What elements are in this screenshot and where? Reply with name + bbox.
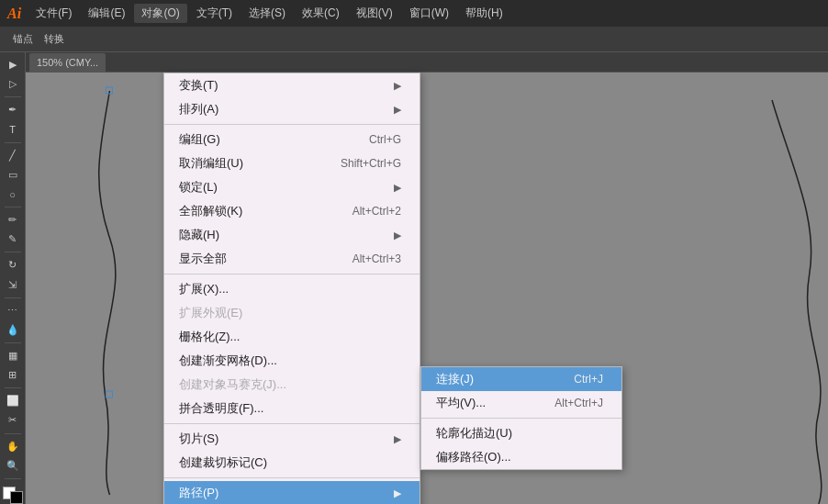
menu-item-label: 排列(A) <box>179 101 386 118</box>
menu-item-show_all[interactable]: 显示全部Alt+Ctrl+3 <box>164 247 420 271</box>
menu-item-create_slice[interactable]: 创建裁切标记(C) <box>164 451 420 475</box>
menu-item-label: 创建渐变网格(D)... <box>179 353 401 369</box>
menu-item-label: 显示全部 <box>179 251 325 267</box>
menu-item-create_object_mosaic: 创建对象马赛克(J)... <box>164 373 420 397</box>
menu-item-arrow: ▶ <box>394 487 401 499</box>
menu-item-window[interactable]: 窗口(W) <box>402 4 456 23</box>
menu-item-label: 全部解锁(K) <box>179 203 325 219</box>
tool-select[interactable]: ▶ <box>3 56 23 73</box>
tool-artboard[interactable]: ⬜ <box>3 392 23 409</box>
menu-item-arrow: ▶ <box>394 433 401 445</box>
menu-separator <box>164 124 420 125</box>
app-logo: Ai <box>7 6 21 22</box>
menu-item-arrow: ▶ <box>394 182 401 194</box>
left-toolbar: ▶ ▷ ✒ T ╱ ▭ ○ ✏ ✎ ↻ ⇲ ⋯ 💧 ▦ ⊞ ⬜ ✂ ✋ 🔍 <box>0 52 26 504</box>
tool-separator-3 <box>5 207 21 207</box>
toolbar: 锚点 转换 <box>0 27 828 52</box>
submenu-item-join[interactable]: 连接(J)Ctrl+J <box>421 367 621 391</box>
tool-separator-6 <box>5 342 21 343</box>
submenu-item-label: 偏移路径(O)... <box>436 449 603 465</box>
menu-item-help[interactable]: 帮助(H) <box>458 4 510 23</box>
color-box[interactable] <box>3 487 23 504</box>
tool-line[interactable]: ╱ <box>3 147 23 164</box>
toolbar-convert: 转换 <box>39 30 70 48</box>
submenu-item-shortcut: Alt+Ctrl+J <box>554 397 603 409</box>
menu-item-hide[interactable]: 隐藏(H)▶ <box>164 223 420 247</box>
tool-separator-4 <box>5 252 21 252</box>
canvas-tab-bar: 150% (CMY... <box>26 52 828 73</box>
menu-item-rasterize[interactable]: 栅格化(Z)... <box>164 325 420 349</box>
tool-rect[interactable]: ▭ <box>3 166 23 184</box>
menu-item-shortcut: Ctrl+G <box>369 133 401 146</box>
menu-item-label: 路径(P) <box>179 485 386 501</box>
tool-zoom[interactable]: 🔍 <box>3 457 23 475</box>
submenu-separator <box>421 418 621 419</box>
menu-item-label: 扩展外观(E) <box>179 305 401 321</box>
menu-item-file[interactable]: 文件(F) <box>28 4 79 23</box>
canvas-area: 150% (CMY... 变换(T)▶排列(A)▶编组(G)Ctrl+G取消编组… <box>26 52 828 504</box>
menu-separator <box>164 477 420 478</box>
menu-item-create_gradient_mesh[interactable]: 创建渐变网格(D)... <box>164 349 420 373</box>
tool-separator-1 <box>5 96 21 97</box>
tool-eyedropper[interactable]: 💧 <box>3 321 23 339</box>
tool-separator-7 <box>5 387 21 388</box>
menu-item-label: 拼合透明度(F)... <box>179 400 401 417</box>
menu-separator <box>164 423 420 424</box>
tool-separator-2 <box>5 142 21 143</box>
tool-pen[interactable]: ✒ <box>3 101 23 118</box>
tool-paintbrush[interactable]: ✏ <box>3 211 23 229</box>
submenu-item-offset_path[interactable]: 偏移路径(O)... <box>421 445 621 469</box>
menu-item-transform[interactable]: 变换(T)▶ <box>164 73 420 97</box>
menu-item-label: 创建裁切标记(C) <box>179 454 401 471</box>
submenu-item-average[interactable]: 平均(V)...Alt+Ctrl+J <box>421 391 621 415</box>
submenu-item-label: 轮廓化描边(U) <box>436 425 603 442</box>
menu-item-view[interactable]: 视图(V) <box>349 4 400 23</box>
menu-item-unlock_all[interactable]: 全部解锁(K)Alt+Ctrl+2 <box>164 199 420 223</box>
menu-item-expand[interactable]: 扩展(X)... <box>164 277 420 301</box>
tool-hand[interactable]: ✋ <box>3 437 23 454</box>
menu-item-arrange[interactable]: 排列(A)▶ <box>164 97 420 121</box>
menu-item-effect[interactable]: 效果(C) <box>295 4 347 23</box>
main-area: ▶ ▷ ✒ T ╱ ▭ ○ ✏ ✎ ↻ ⇲ ⋯ 💧 ▦ ⊞ ⬜ ✂ ✋ 🔍 <box>0 52 828 504</box>
tool-ellipse[interactable]: ○ <box>3 185 23 203</box>
menu-item-label: 创建对象马赛克(J)... <box>179 376 401 393</box>
menu-item-group[interactable]: 编组(G)Ctrl+G <box>164 128 420 151</box>
tool-slice[interactable]: ✂ <box>3 411 23 429</box>
menu-item-slice[interactable]: 切片(S)▶ <box>164 427 420 451</box>
menu-item-path[interactable]: 路径(P)▶ <box>164 481 420 504</box>
submenu-item-outline_stroke[interactable]: 轮廓化描边(U) <box>421 421 621 445</box>
menu-item-label: 变换(T) <box>179 77 386 94</box>
menu-item-edit[interactable]: 编辑(E) <box>81 4 132 23</box>
menu-item-ungroup[interactable]: 取消编组(U)Shift+Ctrl+G <box>164 151 420 175</box>
canvas-content: 变换(T)▶排列(A)▶编组(G)Ctrl+G取消编组(U)Shift+Ctrl… <box>26 73 828 504</box>
menu-item-flatten_transparency[interactable]: 拼合透明度(F)... <box>164 397 420 420</box>
svg-rect-1 <box>106 391 112 398</box>
tool-scale[interactable]: ⇲ <box>3 276 23 294</box>
tool-mesh[interactable]: ⊞ <box>3 366 23 384</box>
menu-item-type[interactable]: 文字(T) <box>189 4 240 23</box>
canvas-tab[interactable]: 150% (CMY... <box>29 53 106 72</box>
object-menu-popup[interactable]: 变换(T)▶排列(A)▶编组(G)Ctrl+G取消编组(U)Shift+Ctrl… <box>163 73 420 504</box>
menu-item-label: 栅格化(Z)... <box>179 329 401 345</box>
stroke-color[interactable] <box>10 491 23 504</box>
menu-item-object[interactable]: 对象(O) <box>134 4 186 23</box>
menu-item-label: 扩展(X)... <box>179 281 401 297</box>
submenu-item-label: 连接(J) <box>436 371 546 387</box>
tool-direct-select[interactable]: ▷ <box>3 75 23 93</box>
path-submenu-popup[interactable]: 连接(J)Ctrl+J平均(V)...Alt+Ctrl+J轮廓化描边(U)偏移路… <box>420 366 622 470</box>
menu-separator <box>164 274 420 274</box>
menu-item-label: 编组(G) <box>179 131 341 148</box>
menu-item-lock[interactable]: 锁定(L)▶ <box>164 175 420 199</box>
tool-pencil[interactable]: ✎ <box>3 230 23 248</box>
tool-blend[interactable]: ⋯ <box>3 302 23 319</box>
tool-type[interactable]: T <box>3 120 23 138</box>
menu-item-label: 锁定(L) <box>179 179 386 196</box>
menu-item-select[interactable]: 选择(S) <box>241 4 293 23</box>
canvas-tab-label: 150% (CMY... <box>37 57 98 68</box>
tool-gradient[interactable]: ▦ <box>3 347 23 364</box>
menu-item-shortcut: Alt+Ctrl+3 <box>352 252 401 265</box>
submenu-item-label: 平均(V)... <box>436 395 527 411</box>
menu-item-expand_appearance: 扩展外观(E) <box>164 301 420 325</box>
tool-separator-5 <box>5 297 21 298</box>
tool-rotate[interactable]: ↻ <box>3 256 23 274</box>
